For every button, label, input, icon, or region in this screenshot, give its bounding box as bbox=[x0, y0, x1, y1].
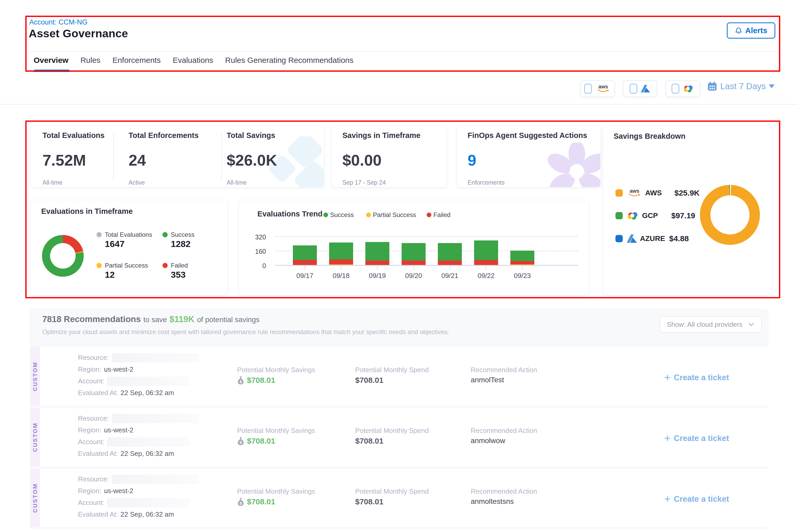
recommendation-row: CUSTOM Resource: Region:us-west-2 Accoun… bbox=[31, 408, 768, 466]
recommended-action-value: anmoltestsns bbox=[471, 497, 514, 506]
metric-failed: Failed bbox=[163, 262, 188, 269]
trend-bar-chart: 09/1709/1809/1909/2009/2109/2209/23 bbox=[275, 208, 578, 265]
account-placeholder bbox=[107, 437, 190, 447]
success-dot bbox=[163, 232, 168, 237]
gridline-320 bbox=[275, 236, 578, 237]
stat-caption: Sep 17 - Sep 24 bbox=[342, 179, 420, 186]
x-axis-label: 09/21 bbox=[434, 272, 466, 280]
tab-rules[interactable]: Rules bbox=[80, 56, 100, 65]
resource-placeholder bbox=[112, 414, 199, 423]
recommended-action-value: anmolwow bbox=[471, 437, 505, 445]
date-range-label: Last 7 Days bbox=[720, 81, 766, 91]
gcp-checkbox[interactable] bbox=[671, 84, 679, 94]
bar-segment-partial-success bbox=[510, 264, 534, 265]
azure-icon bbox=[626, 234, 638, 244]
y-axis-tick-160: 160 bbox=[249, 248, 266, 255]
bar-segment-failed bbox=[438, 261, 462, 265]
resource-details: Resource: Region:us-west-2 Account: Eval… bbox=[78, 413, 199, 459]
money-bag-icon: $ bbox=[237, 376, 244, 385]
tab-rules-generating-recommendations[interactable]: Rules Generating Recommendations bbox=[225, 56, 353, 65]
aws-filter-checkbox-card[interactable]: aws bbox=[581, 80, 615, 97]
stat-value: $26.0K bbox=[227, 151, 277, 169]
stat-value: 7.52M bbox=[42, 151, 104, 169]
account-breadcrumb-link[interactable]: Account: CCM-NG bbox=[29, 18, 88, 26]
svg-text:$: $ bbox=[240, 379, 242, 384]
potential-monthly-savings-value: $ $708.01 bbox=[237, 497, 275, 506]
gcp-color-swatch bbox=[615, 212, 623, 219]
azure-color-swatch bbox=[615, 235, 623, 242]
plus-icon: + bbox=[664, 372, 671, 383]
azure-checkbox[interactable] bbox=[629, 84, 638, 94]
trend-bar-09/18 bbox=[329, 243, 353, 265]
potential-monthly-spend-value: $708.01 bbox=[355, 376, 383, 385]
bar-segment-failed bbox=[329, 260, 353, 264]
stat-label: Savings in Timeframe bbox=[342, 131, 420, 140]
bar-segment-failed bbox=[510, 261, 534, 264]
x-axis-line bbox=[275, 265, 578, 266]
header-divider bbox=[25, 51, 780, 52]
title-text: of potential savings bbox=[197, 316, 260, 324]
stat-label: Total Savings bbox=[227, 131, 277, 140]
provider-name: GCP bbox=[642, 211, 671, 220]
savings-breakdown-card: Savings Breakdown aws AWS $25.9K GCP bbox=[603, 126, 772, 295]
bar-segment-failed bbox=[365, 261, 390, 265]
stat-label: FinOps Agent Suggested Actions bbox=[468, 131, 587, 140]
recommendations-panel: 7818 Recommendations to save $119K of po… bbox=[30, 308, 768, 529]
spend-column-label: Potential Monthly Spend bbox=[355, 426, 429, 435]
create-ticket-button[interactable]: + Create a ticket bbox=[664, 494, 729, 505]
svg-text:$: $ bbox=[240, 440, 242, 445]
create-ticket-button[interactable]: + Create a ticket bbox=[664, 372, 729, 383]
spend-column-label: Potential Monthly Spend bbox=[355, 488, 429, 495]
recommendations-title: 7818 Recommendations to save $119K of po… bbox=[42, 314, 260, 324]
stat-value: $0.00 bbox=[342, 151, 420, 169]
metric-label: Success bbox=[171, 231, 194, 239]
tab-evaluations[interactable]: Evaluations bbox=[173, 56, 213, 65]
recommendation-row: CUSTOM Resource: Region:us-west-2 Accoun… bbox=[31, 347, 768, 405]
calendar-icon bbox=[707, 81, 717, 91]
stat-caption: Enforcements bbox=[468, 179, 587, 186]
recommendation-row: CUSTOM Resource: Region:us-west-2 Accoun… bbox=[31, 469, 768, 527]
custom-rule-badge: CUSTOM bbox=[31, 469, 40, 527]
total-enforcements-stat: Total Enforcements 24 Active bbox=[129, 131, 199, 186]
action-column-label: Recommended Action bbox=[471, 488, 537, 495]
gcp-filter-checkbox-card[interactable] bbox=[666, 80, 700, 97]
x-axis-label: 09/22 bbox=[471, 272, 502, 280]
tab-enforcements[interactable]: Enforcements bbox=[112, 56, 160, 65]
svg-text:aws: aws bbox=[598, 84, 608, 90]
bar-segment-failed bbox=[402, 261, 425, 265]
svg-text:$: $ bbox=[240, 501, 242, 506]
recommendations-subtitle: Optimize your cloud assets and minimize … bbox=[42, 328, 449, 336]
tab-overview[interactable]: Overview bbox=[34, 56, 68, 65]
metric-partial-success: Partial Success bbox=[96, 262, 148, 269]
x-axis-label: 09/23 bbox=[507, 272, 538, 280]
metric-total-evaluations: Total Evaluations bbox=[96, 231, 152, 239]
custom-rule-badge: CUSTOM bbox=[31, 408, 40, 466]
aws-icon: aws bbox=[595, 83, 611, 94]
alerts-button[interactable]: Alerts bbox=[727, 22, 775, 39]
potential-savings-highlight: $119K bbox=[170, 314, 194, 324]
evaluations-in-timeframe-card: Evaluations in Timeframe Total Evaluatio… bbox=[31, 200, 227, 295]
metric-value: 12 bbox=[105, 270, 115, 280]
cloud-provider-filter-dropdown[interactable]: Show: All cloud providers bbox=[660, 316, 762, 333]
resource-details: Resource: Region:us-west-2 Account: Eval… bbox=[78, 473, 199, 520]
totals-stat-card: Total Evaluations 7.52M All-time Total E… bbox=[31, 126, 324, 187]
date-range-dropdown[interactable]: Last 7 Days bbox=[707, 81, 775, 91]
stat-label: Total Enforcements bbox=[129, 131, 199, 140]
azure-filter-checkbox-card[interactable] bbox=[623, 80, 657, 97]
x-axis-tick bbox=[305, 266, 305, 270]
total-evaluations-stat: Total Evaluations 7.52M All-time bbox=[42, 131, 104, 186]
create-ticket-button[interactable]: + Create a ticket bbox=[664, 433, 729, 444]
x-axis-tick bbox=[522, 266, 522, 270]
active-tab-underline bbox=[34, 70, 70, 72]
stat-divider bbox=[113, 133, 114, 180]
evaluations-donut-chart bbox=[42, 235, 84, 277]
provider-savings-value: $97.19 bbox=[671, 211, 695, 220]
savings-column-label: Potential Monthly Savings bbox=[237, 366, 315, 374]
aws-checkbox[interactable] bbox=[584, 84, 592, 94]
aws-icon: aws bbox=[626, 188, 643, 198]
money-bag-icon: $ bbox=[237, 437, 244, 445]
asset-governance-dashboard: Account: CCM-NG Asset Governance Alerts … bbox=[0, 0, 798, 532]
bar-segment-success bbox=[438, 243, 462, 261]
account-placeholder bbox=[107, 377, 190, 386]
savings-in-timeframe-card: Savings in Timeframe $0.00 Sep 17 - Sep … bbox=[332, 126, 447, 187]
